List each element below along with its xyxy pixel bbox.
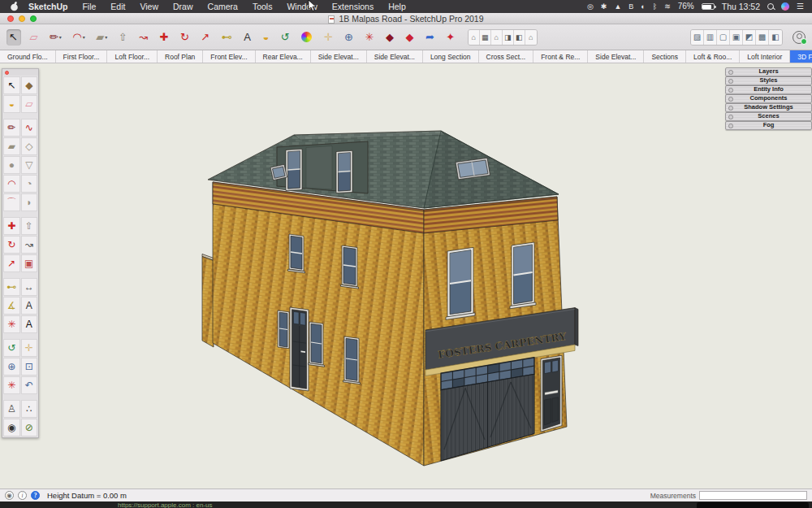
toolbar-tool-section-cut[interactable]: ◆ (403, 29, 417, 46)
panel-collapse-icon[interactable] (728, 70, 733, 75)
toolbar-tool-scale[interactable]: ↗ (198, 29, 213, 46)
panel-collapse-icon[interactable] (728, 124, 733, 128)
scene-tab-first-floor[interactable]: First Floor... (56, 50, 108, 63)
palette-tool-2-point-arc[interactable]: ◗ (21, 193, 38, 211)
palette-tool-orbit[interactable]: ↺ (3, 339, 20, 357)
palette-tool[interactable] (3, 334, 37, 338)
palette-tool-zoom-extents[interactable]: ✳ (3, 376, 20, 394)
menu-item-file[interactable]: File (75, 2, 103, 11)
notification-center-icon[interactable]: ☰ (797, 0, 804, 13)
palette-tool-text[interactable]: A (21, 297, 38, 315)
help-icon[interactable]: ? (31, 491, 40, 500)
face-style-button-back-edges[interactable]: ▥ (704, 30, 717, 45)
palette-tool-look-around[interactable]: ◉ (3, 419, 20, 436)
toolbar-tool-rectangle[interactable]: ▰▾ (93, 29, 110, 46)
palette-tool-scale[interactable]: ↗ (3, 254, 20, 272)
toolbar-tool-section-display[interactable]: ◆ (383, 29, 397, 46)
view-button-view-front[interactable]: ⌂ (491, 30, 503, 45)
status-icon-record[interactable]: ◎ (587, 0, 594, 13)
menu-item-extensions[interactable]: Extensions (325, 2, 381, 11)
palette-tool-3-point-arc[interactable]: ⌒ (3, 193, 20, 211)
menu-item-sketchup[interactable]: SketchUp (27, 2, 75, 11)
palette-close-icon[interactable] (5, 71, 9, 75)
scene-tab-ground-floor[interactable]: Ground Flo... (0, 50, 56, 63)
toolbar-tool-line[interactable]: ✏▾ (47, 29, 64, 46)
face-style-button-hidden-line[interactable]: ▣ (730, 30, 743, 45)
toolbar-tool-arc[interactable]: ◠▾ (70, 29, 87, 46)
palette-tool-offset[interactable]: ▣ (21, 254, 38, 272)
palette-tool[interactable] (3, 273, 37, 277)
spotlight-icon[interactable] (767, 3, 774, 10)
status-icon-creative-cloud[interactable]: ◐ (641, 0, 645, 13)
palette-tool-pie[interactable]: ◔ (21, 175, 38, 193)
palette-tool-rotate[interactable]: ↻ (3, 236, 20, 254)
palette-tool-protractor[interactable]: ∡ (3, 297, 20, 315)
status-icon-docs[interactable]: B (628, 0, 633, 13)
face-style-button-x-ray[interactable]: ▨ (691, 30, 704, 45)
scene-tab-loft-interior[interactable]: Loft Interior (740, 50, 790, 63)
panel-collapse-icon[interactable] (728, 97, 733, 102)
palette-tool-section-plane[interactable]: ⊘ (21, 419, 38, 436)
palette-tool-follow-me[interactable]: ↝ (21, 236, 38, 254)
toolbar-tool-orbit[interactable]: ↺ (279, 29, 293, 46)
menu-clock[interactable]: Thu 13:52 (722, 2, 760, 11)
menu-item-window[interactable]: Window (279, 2, 324, 11)
face-style-button-shaded[interactable]: ◩ (743, 30, 756, 45)
status-icon-wifi[interactable]: ≋ (664, 0, 671, 13)
menu-item-edit[interactable]: Edit (103, 2, 132, 11)
dropdown-arrow-icon[interactable]: ▾ (83, 34, 85, 40)
view-button-view-iso[interactable]: ⌂ (469, 30, 480, 45)
face-style-button-wireframe[interactable]: ▢ (717, 30, 730, 45)
toolbar-tool-tape-measure[interactable]: ⊷ (219, 29, 235, 46)
toolbar-tool-move[interactable]: ✚ (158, 29, 172, 46)
scene-tab-rear-elevation[interactable]: Rear Eleva... (256, 50, 311, 63)
scene-tab-loft-floor[interactable]: Loft Floor... (107, 50, 158, 63)
palette-tool-zoom[interactable]: ⊕ (3, 358, 20, 376)
tray-panel-fog[interactable]: Fog (725, 121, 812, 130)
panel-collapse-icon[interactable] (728, 115, 733, 119)
tray-panel-layers[interactable]: Layers (725, 67, 812, 76)
account-icon[interactable] (793, 31, 806, 44)
view-button-view-back[interactable]: ⌂ (525, 30, 537, 45)
palette-tool-line[interactable]: ✏ (3, 119, 20, 137)
palette-tool[interactable] (3, 395, 37, 399)
panel-collapse-icon[interactable] (728, 106, 733, 111)
view-button-view-right[interactable]: ◨ (503, 30, 514, 45)
tray-panel-styles[interactable]: Styles (725, 76, 812, 85)
palette-tool-axes[interactable]: ✳ (3, 315, 20, 333)
scene-tab-3d-facade[interactable]: 3D FACAD... (790, 50, 812, 63)
palette-tool-paint-bucket[interactable]: ◒ (3, 95, 20, 113)
measurements-input[interactable] (699, 491, 807, 500)
toolbar-tool-zoom-extents[interactable]: ✳ (362, 29, 377, 46)
face-style-button-shaded-textures[interactable]: ▩ (756, 30, 769, 45)
toolbar-tool-style-gem[interactable]: ✦ (443, 29, 458, 46)
scene-tab-long-section[interactable]: Long Section (423, 50, 479, 63)
palette-tool-rotated-rectangle[interactable]: ◇ (21, 137, 38, 155)
scene-tab-side-elevation-3[interactable]: Side Elevat... (588, 50, 644, 63)
palette-tool-select[interactable]: ↖ (3, 76, 20, 94)
palette-tool-tape-measure[interactable]: ⊷ (3, 278, 20, 296)
scene-tab-front-and-rear[interactable]: Front & Re... (533, 50, 588, 63)
palette-header[interactable] (2, 69, 38, 76)
apple-menu[interactable] (0, 2, 27, 11)
palette-tool-rectangle[interactable]: ▰ (3, 137, 20, 155)
toolbar-tool-zoom[interactable]: ⊕ (342, 29, 356, 46)
menu-item-help[interactable]: Help (381, 2, 413, 11)
panel-collapse-icon[interactable] (728, 79, 733, 84)
status-icon-drive[interactable]: ▲ (614, 0, 621, 13)
toolbar-tool-pan[interactable]: ✛ (322, 29, 336, 46)
dropdown-arrow-icon[interactable]: ▾ (105, 34, 107, 40)
toolbar-tool-eraser[interactable]: ▱ (27, 29, 41, 46)
view-button-view-top[interactable]: ▦ (480, 30, 491, 45)
menu-item-draw[interactable]: Draw (166, 2, 201, 11)
palette-tool-zoom-window[interactable]: ⊡ (21, 358, 38, 376)
tray-panel-components[interactable]: Components (725, 94, 812, 103)
toolbar-tool-follow-me[interactable]: ↝ (136, 29, 151, 46)
info-icon[interactable]: i (18, 491, 27, 500)
palette-tool-3d-text[interactable]: A (21, 315, 38, 333)
toolbar-tool-send-to-layout[interactable]: ➦ (423, 29, 438, 46)
tray-panel-scenes[interactable]: Scenes (725, 112, 812, 121)
dropdown-arrow-icon[interactable]: ▾ (59, 34, 62, 40)
drawing-canvas[interactable] (0, 63, 812, 488)
toolbar-tool-paint-bucket[interactable]: ◒ (260, 29, 272, 46)
